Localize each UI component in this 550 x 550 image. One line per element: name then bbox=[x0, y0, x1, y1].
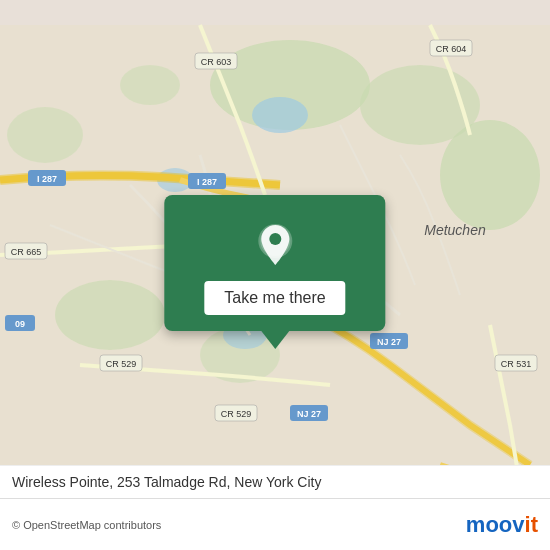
brand-blue-part: moov bbox=[466, 512, 525, 537]
svg-point-3 bbox=[440, 120, 540, 230]
svg-text:CR 603: CR 603 bbox=[201, 57, 232, 67]
location-pin-icon bbox=[257, 223, 293, 271]
svg-text:I 287: I 287 bbox=[197, 177, 217, 187]
map-pointer bbox=[261, 331, 289, 349]
location-text: Wireless Pointe, 253 Talmadge Rd, New Yo… bbox=[12, 474, 321, 490]
svg-text:NJ 27: NJ 27 bbox=[297, 409, 321, 419]
svg-text:CR 665: CR 665 bbox=[11, 247, 42, 257]
svg-point-7 bbox=[120, 65, 180, 105]
svg-text:I 287: I 287 bbox=[37, 174, 57, 184]
attribution: © OpenStreetMap contributors bbox=[12, 519, 466, 531]
brand-orange-part: it bbox=[525, 512, 538, 537]
brand-logo: moovit bbox=[466, 512, 538, 538]
map-container: I 287 CR 603 CR 604 CR 665 NJ 27 NJ 27 C… bbox=[0, 0, 550, 550]
svg-point-6 bbox=[7, 107, 83, 163]
svg-text:CR 529: CR 529 bbox=[106, 359, 137, 369]
svg-text:CR 604: CR 604 bbox=[436, 44, 467, 54]
svg-point-38 bbox=[269, 233, 281, 245]
bottom-bar: © OpenStreetMap contributors moovit bbox=[0, 498, 550, 550]
location-label: Wireless Pointe, 253 Talmadge Rd, New Yo… bbox=[0, 465, 550, 498]
svg-point-8 bbox=[252, 97, 308, 133]
attribution-text: © OpenStreetMap contributors bbox=[12, 519, 161, 531]
svg-point-4 bbox=[55, 280, 165, 350]
svg-text:CR 529: CR 529 bbox=[221, 409, 252, 419]
svg-text:CR 531: CR 531 bbox=[501, 359, 532, 369]
take-me-there-button[interactable]: Take me there bbox=[204, 281, 345, 315]
take-me-there-container: Take me there bbox=[164, 195, 385, 349]
green-box: Take me there bbox=[164, 195, 385, 331]
brand-name: moovit bbox=[466, 512, 538, 538]
svg-text:Metuchen: Metuchen bbox=[424, 222, 486, 238]
svg-text:09: 09 bbox=[15, 319, 25, 329]
